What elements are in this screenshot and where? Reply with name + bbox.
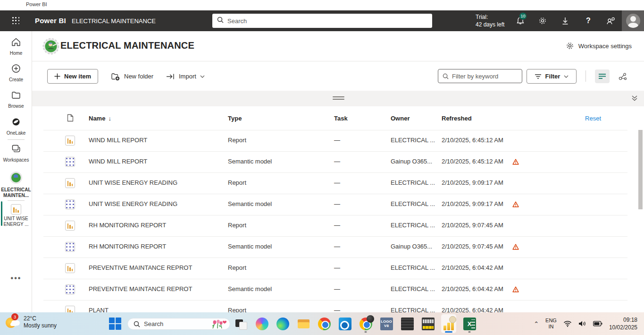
- item-owner: ELECTRICAL ...: [391, 285, 435, 292]
- item-name[interactable]: PREVENTIVE MAINTANCE REPROT: [89, 264, 192, 271]
- sidebar-item-onelake[interactable]: OneLake: [0, 117, 32, 136]
- list-view-toggle[interactable]: [595, 69, 610, 83]
- sidebar-item-unit-wise-energy[interactable]: UNIT WISE ENERGY ...: [0, 204, 32, 227]
- import-button[interactable]: Import: [166, 69, 205, 84]
- screen: Power BI Power BI ELECTRICAL MAINTENANCE…: [0, 0, 644, 335]
- download-icon[interactable]: [560, 16, 570, 26]
- global-search-input[interactable]: [227, 17, 427, 25]
- sidebar-item-electrical-maintenance[interactable]: ELECTRICAL MAINTEN...: [0, 172, 32, 198]
- item-name[interactable]: RH MONITORING REPORT: [89, 243, 166, 250]
- sidebar-item-workspaces[interactable]: Workspaces: [0, 144, 32, 163]
- item-name[interactable]: WIND MILL REPORT: [89, 158, 147, 165]
- tray-expand-icon[interactable]: ⌃: [534, 320, 539, 327]
- item-name[interactable]: UNIT WISE ENERGY READING: [89, 200, 177, 207]
- power-bi-icon[interactable]: [441, 314, 456, 333]
- item-refreshed: 2/10/2025, 9:07:45 AM: [442, 222, 503, 229]
- file-explorer-icon[interactable]: [296, 314, 311, 333]
- volume-icon[interactable]: [578, 320, 586, 327]
- account-avatar[interactable]: [622, 10, 644, 31]
- item-refreshed: 2/10/2025, 6:45:12 AM: [442, 158, 503, 165]
- battery-icon[interactable]: [593, 321, 602, 326]
- item-name[interactable]: WIND MILL REPORT: [89, 137, 147, 144]
- sidebar-item-browse[interactable]: Browse: [0, 90, 32, 109]
- item-type-column-icon[interactable]: [67, 114, 74, 122]
- browser-tab-title[interactable]: Power BI: [26, 1, 47, 7]
- item-task: —: [334, 307, 340, 312]
- table-row[interactable]: PLANT Report — ELECTRICAL ... 2/10/2025,…: [32, 300, 644, 312]
- filter-keyword-field[interactable]: [452, 73, 518, 80]
- chevron-down-icon: [200, 75, 205, 78]
- waffle-menu-icon[interactable]: [12, 17, 20, 25]
- item-owner: Gainup O365...: [391, 243, 432, 250]
- list-view-icon: [598, 73, 606, 79]
- task-view-icon[interactable]: [234, 314, 249, 333]
- edge-icon[interactable]: [275, 314, 290, 333]
- filter-keyword-input[interactable]: [438, 69, 522, 83]
- windows-taskbar: 3 22°C Mostly sunny Search: [0, 312, 644, 335]
- table-row[interactable]: RH MONITORING REPORT Report — ELECTRICAL…: [32, 215, 644, 236]
- taskbar-search[interactable]: Search: [127, 318, 230, 330]
- new-folder-button[interactable]: New folder: [111, 69, 153, 84]
- excel-icon[interactable]: X: [462, 314, 477, 333]
- report-icon: [65, 221, 75, 231]
- item-name[interactable]: PREVENTIVE MAINTANCE REPROT: [89, 285, 192, 292]
- column-header-name[interactable]: Name↓: [89, 115, 111, 122]
- semantic-model-icon: [65, 157, 75, 167]
- weather-widget[interactable]: 3 22°C Mostly sunny: [5, 315, 57, 330]
- notifications-bell-icon[interactable]: 10: [515, 16, 526, 26]
- item-refreshed: 2/10/2025, 6:04:42 AM: [442, 264, 503, 271]
- sidebar-item-create[interactable]: Create: [0, 63, 32, 83]
- column-header-task[interactable]: Task: [334, 115, 348, 122]
- settings-gear-icon[interactable]: [537, 16, 548, 26]
- table-row[interactable]: WIND MILL REPORT Report — ELECTRICAL ...…: [32, 130, 644, 151]
- table-header: Name↓ Type Task Owner Refreshed Reset: [32, 106, 644, 130]
- column-header-refreshed[interactable]: Refreshed: [442, 115, 472, 122]
- power-bi-brand[interactable]: Power BI: [35, 17, 66, 25]
- chrome-icon[interactable]: [317, 314, 332, 333]
- item-name[interactable]: RH MONITORING REPORT: [89, 222, 166, 229]
- sidebar-item-home[interactable]: Home: [0, 37, 32, 56]
- tech-tool-icon[interactable]: [400, 314, 415, 333]
- feedback-icon[interactable]: [605, 16, 616, 26]
- table-row[interactable]: UNIT WISE ENERGY READING Report — ELECTR…: [32, 172, 644, 194]
- create-icon: [11, 63, 21, 74]
- plc-tool-icon[interactable]: [420, 314, 435, 333]
- reset-link[interactable]: Reset: [585, 115, 601, 122]
- lineage-view-toggle[interactable]: [615, 69, 630, 83]
- filter-button[interactable]: Filter: [527, 69, 577, 84]
- table-row[interactable]: PREVENTIVE MAINTANCE REPROT Semantic mod…: [32, 279, 644, 300]
- table-row[interactable]: RH MONITORING REPORT Semantic model — Ga…: [32, 236, 644, 258]
- help-icon[interactable]: ?: [583, 16, 594, 26]
- copilot-icon[interactable]: [254, 314, 269, 333]
- refresh-warning-icon[interactable]: [512, 244, 519, 251]
- workspace-avatar-icon: [10, 172, 22, 184]
- table-row[interactable]: PREVENTIVE MAINTANCE REPROT Report — ELE…: [32, 258, 644, 279]
- drag-handle[interactable]: [333, 96, 344, 101]
- vertical-scrollbar[interactable]: [638, 130, 643, 209]
- outlook-icon[interactable]: [337, 314, 352, 333]
- refresh-warning-icon[interactable]: [512, 201, 519, 209]
- column-header-owner[interactable]: Owner: [391, 115, 410, 122]
- workspace-settings-button[interactable]: Workspace settings: [566, 42, 632, 50]
- clock[interactable]: 09:18 10/02/2025: [609, 316, 637, 331]
- item-name[interactable]: PLANT: [89, 307, 109, 312]
- language-indicator[interactable]: ENG IN: [545, 318, 557, 330]
- double-chevron-down-icon[interactable]: [631, 94, 638, 102]
- global-search[interactable]: [212, 14, 432, 28]
- item-type: Semantic model: [228, 285, 272, 292]
- chrome-alt-icon[interactable]: [358, 314, 373, 333]
- start-button[interactable]: [109, 318, 121, 330]
- table-row[interactable]: WIND MILL REPORT Semantic model — Gainup…: [32, 151, 644, 172]
- new-item-button[interactable]: New item: [47, 69, 98, 84]
- refresh-warning-icon[interactable]: [512, 286, 519, 294]
- table-row[interactable]: UNIT WISE ENERGY READING Semantic model …: [32, 194, 644, 215]
- more-options-icon[interactable]: •••: [0, 274, 32, 283]
- column-header-type[interactable]: Type: [228, 115, 242, 122]
- item-task: —: [334, 222, 340, 229]
- wifi-icon[interactable]: [563, 320, 572, 327]
- item-name[interactable]: UNIT WISE ENERGY READING: [89, 179, 177, 186]
- trial-status[interactable]: Trial: 42 days left: [476, 13, 504, 28]
- refresh-warning-icon[interactable]: [512, 159, 519, 166]
- logo-v8-icon[interactable]: LOGO V8: [379, 314, 394, 333]
- item-type: Report: [228, 222, 246, 229]
